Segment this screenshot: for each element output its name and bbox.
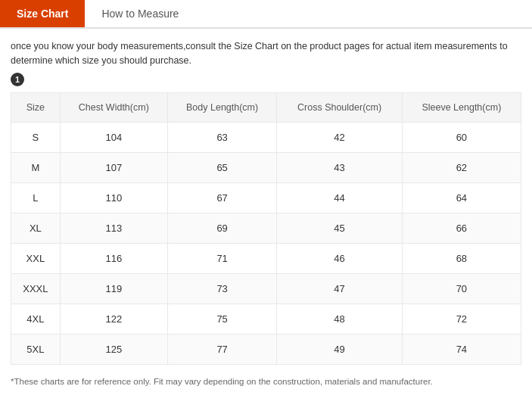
cell-0-3: 42 [277,122,402,152]
col-header-body: Body Length(cm) [167,92,277,122]
cell-7-4: 74 [402,334,521,364]
cell-6-1: 122 [60,303,167,334]
cell-5-4: 70 [402,273,521,303]
cell-7-2: 77 [167,334,277,364]
tab-size-chart[interactable]: Size Chart [0,0,85,27]
col-header-sleeve: Sleeve Length(cm) [402,92,521,122]
cell-3-4: 66 [402,213,521,243]
cell-4-0: XXL [11,243,61,273]
table-row: 4XL122754872 [11,303,521,334]
cell-2-1: 110 [60,182,167,213]
cell-6-3: 48 [277,303,402,334]
cell-0-4: 60 [402,122,521,152]
content-area: once you know your body measurements,con… [0,29,532,394]
cell-4-1: 116 [60,243,167,273]
table-row: XL113694566 [11,213,521,243]
cell-7-3: 49 [277,334,402,364]
step-badge: 1 [11,73,24,86]
cell-5-0: XXXL [11,273,61,303]
cell-5-1: 119 [60,273,167,303]
cell-4-2: 71 [167,243,277,273]
cell-4-3: 46 [277,243,402,273]
table-header-row: Size Chest Width(cm) Body Length(cm) Cro… [11,92,521,122]
col-header-size: Size [11,92,61,122]
cell-3-0: XL [11,213,61,243]
cell-2-2: 67 [167,182,277,213]
cell-0-1: 104 [60,122,167,152]
cell-6-4: 72 [402,303,521,334]
cell-1-1: 107 [60,152,167,182]
cell-6-2: 75 [167,303,277,334]
cell-7-1: 125 [60,334,167,364]
col-header-shoulder: Cross Shoulder(cm) [277,92,402,122]
cell-2-0: L [11,182,61,213]
tab-how-to-measure[interactable]: How to Measure [85,0,195,27]
cell-6-0: 4XL [11,303,61,334]
cell-1-2: 65 [167,152,277,182]
description-text: once you know your body measurements,con… [11,39,521,68]
cell-2-3: 44 [277,182,402,213]
cell-3-2: 69 [167,213,277,243]
tabs-container: Size Chart How to Measure [0,0,532,29]
cell-4-4: 68 [402,243,521,273]
size-chart-table: Size Chest Width(cm) Body Length(cm) Cro… [11,92,521,365]
table-row: L110674464 [11,182,521,213]
cell-1-0: M [11,152,61,182]
table-row: 5XL125774974 [11,334,521,364]
cell-1-4: 62 [402,152,521,182]
footnote-text: *These charts are for reference only. Fi… [11,372,521,394]
table-row: S104634260 [11,122,521,152]
cell-3-1: 113 [60,213,167,243]
cell-7-0: 5XL [11,334,61,364]
cell-0-2: 63 [167,122,277,152]
table-row: XXXL119734770 [11,273,521,303]
cell-5-3: 47 [277,273,402,303]
cell-3-3: 45 [277,213,402,243]
cell-2-4: 64 [402,182,521,213]
cell-0-0: S [11,122,61,152]
table-row: XXL116714668 [11,243,521,273]
col-header-chest: Chest Width(cm) [60,92,167,122]
cell-5-2: 73 [167,273,277,303]
cell-1-3: 43 [277,152,402,182]
table-row: M107654362 [11,152,521,182]
